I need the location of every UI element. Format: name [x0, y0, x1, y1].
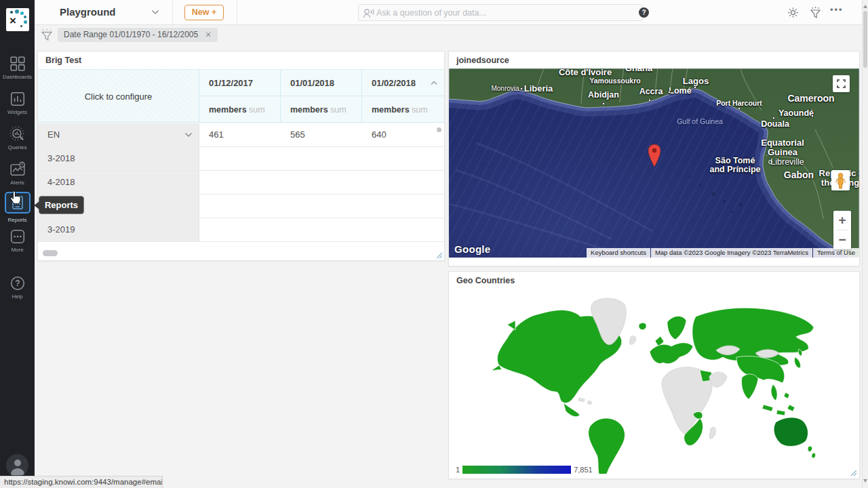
- cell-value: [199, 171, 281, 194]
- column-header[interactable]: 01/01/2018: [281, 70, 362, 96]
- gear-icon[interactable]: [787, 7, 799, 18]
- widget-joinedsource: joinedsource: [448, 51, 860, 266]
- remove-filter-icon[interactable]: ✕: [205, 30, 212, 39]
- cell-value: [281, 147, 362, 170]
- terms-of-use-link[interactable]: Terms of Use: [813, 248, 859, 258]
- person-icon: [9, 458, 26, 475]
- measure-header: members sum: [362, 97, 444, 123]
- alert-icon: [9, 161, 26, 178]
- bar-chart-icon: [9, 91, 26, 107]
- date-range-filter-chip[interactable]: Date Range 01/01/1970 - 16/12/2005 ✕: [58, 28, 218, 42]
- table-row[interactable]: [38, 195, 444, 218]
- widget-title[interactable]: joinedsource: [449, 52, 859, 69]
- sidebar-item-help[interactable]: ? Help: [0, 275, 35, 300]
- column-header[interactable]: 01/12/2017: [199, 70, 281, 96]
- cell-value: 640: [362, 123, 443, 146]
- map-label: Yaoundé: [778, 109, 814, 118]
- widget-title[interactable]: Geo Countries: [449, 272, 859, 289]
- city-dot: [520, 87, 523, 90]
- table-row[interactable]: 3-2019: [38, 218, 444, 242]
- city-dot: [694, 86, 696, 89]
- city-dot: [591, 81, 593, 83]
- horizontal-scrollbar-thumb[interactable]: [43, 250, 58, 256]
- map-label: Abidjan: [588, 91, 619, 100]
- map-label: Liberia: [524, 84, 553, 94]
- zoom-control: + −: [833, 211, 851, 249]
- cell-value: [281, 171, 362, 194]
- sort-asc-icon[interactable]: [431, 81, 437, 85]
- new-button[interactable]: New +: [184, 5, 224, 20]
- widget-brig-test: Brig Test Click to configure 01/12/2017 …: [37, 51, 445, 261]
- measure-header: members sum: [281, 97, 362, 123]
- map-label: Lagos: [683, 77, 709, 86]
- window-scrollbar[interactable]: [862, 0, 868, 488]
- zoom-in-button[interactable]: +: [833, 211, 851, 230]
- widget-resize-handle[interactable]: [436, 252, 443, 259]
- scroll-up-arrow[interactable]: [863, 3, 867, 8]
- vertical-scrollbar-thumb[interactable]: [437, 127, 441, 132]
- map-label: Monrovia: [491, 85, 519, 93]
- fullscreen-button[interactable]: [833, 75, 850, 92]
- map-label: Douala: [761, 120, 789, 129]
- search-chart-icon: [9, 126, 26, 142]
- map-label: Yamoussoukro: [589, 77, 640, 85]
- keyboard-shortcuts-link[interactable]: Keyboard shortcuts: [587, 248, 650, 258]
- reports-tooltip: Reports: [39, 196, 84, 214]
- configure-cell[interactable]: Click to configure: [38, 70, 199, 123]
- table-row[interactable]: EN 461 565 640: [38, 123, 444, 147]
- row-label[interactable]: 3-2018: [38, 147, 199, 170]
- sidebar-item-dashboards[interactable]: Dashboards: [0, 56, 35, 80]
- scrollbar-thumb[interactable]: [863, 11, 867, 68]
- help-badge-icon[interactable]: ?: [639, 7, 649, 18]
- city-dot: [602, 102, 605, 105]
- map-label: Ghana: [625, 68, 652, 73]
- city-dot: [668, 91, 671, 94]
- search-input[interactable]: [376, 5, 639, 20]
- workspace-selector[interactable]: Playground: [60, 6, 116, 18]
- filters-icon[interactable]: [41, 28, 53, 41]
- sidebar-item-alerts[interactable]: Alerts: [0, 161, 35, 186]
- filter-chip-label: Date Range 01/01/1970 - 16/12/2005: [64, 30, 198, 39]
- choropleth-legend: 1 7,851: [456, 466, 593, 474]
- city-dot: [738, 107, 741, 110]
- legend-max: 7,851: [574, 466, 593, 474]
- top-bar: Playground New + ? •••: [35, 0, 863, 25]
- row-label[interactable]: 4-2018: [38, 171, 199, 194]
- sidebar-item-more[interactable]: More: [0, 228, 35, 253]
- filter-funnel-icon[interactable]: [810, 7, 821, 19]
- widget-resize-handle[interactable]: [850, 470, 857, 476]
- cell-value: [281, 218, 362, 241]
- widget-title[interactable]: Brig Test: [38, 52, 444, 69]
- chevron-down-icon[interactable]: [151, 9, 159, 15]
- pegman-control[interactable]: [831, 170, 850, 190]
- knowi-logo[interactable]: ×: [6, 8, 29, 31]
- table-row[interactable]: 4-2018: [38, 171, 444, 195]
- filter-bar: Date Range 01/01/1970 - 16/12/2005 ✕: [35, 25, 863, 45]
- table-header: Click to configure 01/12/2017 01/01/2018…: [38, 69, 444, 123]
- column-header[interactable]: 01/02/2018: [362, 70, 444, 96]
- map-label: Côte d'Ivoire: [559, 68, 612, 77]
- table-row[interactable]: 3-2018: [38, 147, 444, 171]
- map-marker-pin[interactable]: [648, 144, 660, 167]
- legend-gradient-bar: [462, 466, 571, 474]
- overflow-menu-icon[interactable]: •••: [830, 4, 844, 14]
- city-dot: [811, 115, 814, 117]
- expand-row-icon[interactable]: [184, 132, 193, 138]
- legend-min: 1: [456, 466, 460, 474]
- mouse-hand-cursor: [9, 190, 22, 205]
- user-avatar[interactable]: [6, 454, 28, 476]
- sidebar-item-widgets[interactable]: Widgets: [0, 91, 35, 115]
- world-choropleth-map[interactable]: [492, 289, 818, 474]
- cell-value: 565: [281, 123, 362, 146]
- sidebar-item-queries[interactable]: Queries: [0, 126, 35, 150]
- scroll-down-arrow[interactable]: [863, 479, 867, 485]
- cell-value: [362, 171, 443, 194]
- cell-value: [362, 147, 443, 170]
- map-label: Port Harcourt: [716, 100, 762, 107]
- city-dot: [772, 117, 775, 119]
- google-map[interactable]: Ghana Côte d'Ivoire Yamoussoukro Monrovi…: [449, 68, 859, 258]
- zoom-out-button[interactable]: −: [833, 230, 851, 249]
- row-label[interactable]: 3-2019: [38, 218, 199, 241]
- map-label: Cameroon: [787, 94, 834, 104]
- fullscreen-icon: [833, 75, 850, 92]
